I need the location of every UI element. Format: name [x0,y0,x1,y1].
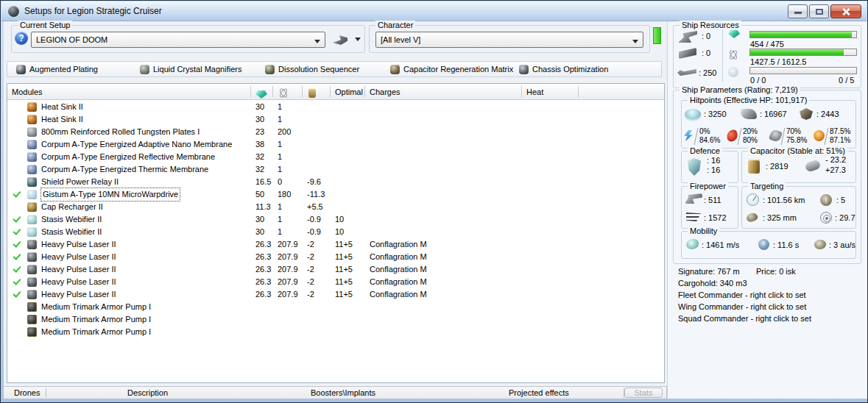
module-powergrid: 1 [278,213,282,226]
module-name: Medium Trimark Armor Pump I [41,326,151,338]
chevron-down-icon[interactable] [629,34,641,46]
module-name: Heavy Pulse Laser II [41,276,116,288]
armor-hp-value: : 16967 [760,110,787,118]
modules-column-header[interactable]: Modules [12,84,43,100]
membrane-icon [27,152,37,162]
resist-cell: 70%75.8% [770,127,813,146]
cap-recharger-icon [27,202,37,212]
module-row[interactable]: Heat Sink II301 [7,113,664,126]
module-row[interactable]: Medium Trimark Armor Pump I [7,301,664,313]
fleet-commander-slot[interactable]: Fleet Commander - right click to set [678,290,806,299]
module-charge: Conflagration M [370,238,427,251]
signature-value: Signature: 767 m [678,267,740,276]
module-row[interactable]: Cap Recharger II11.31+5.5 [7,201,664,213]
minimize-button[interactable] [788,4,808,18]
module-row[interactable]: Stasis Webifier II301-0.910 [7,213,664,226]
module-row[interactable]: Medium Trimark Armor Pump I [7,313,664,326]
mwd-icon [27,190,37,199]
module-name: Cap Recharger II [41,201,103,213]
subsystem-tab-4[interactable]: Capacitor Regeneration Matrix [390,62,513,76]
powergrid-icon [728,49,738,60]
tab-projected-effects[interactable]: Projected effects [509,388,569,399]
chevron-down-icon[interactable] [355,38,361,44]
close-button[interactable] [830,4,861,18]
charges-column-header[interactable]: Charges [370,84,401,100]
module-cpu: 26.3 [255,238,271,251]
explosive-resist-icon [814,130,825,141]
heat-column-header[interactable]: Heat [526,84,543,100]
help-icon[interactable] [15,32,28,45]
ship-parameters-group: Ship Parameters (Rating: 7,219) Hitpoint… [673,90,861,264]
cargohold-value: Cargohold: 340 m3 [678,279,747,288]
module-row[interactable]: Gistum A-Type 10MN MicroWarpdrive50180-1… [7,188,664,201]
module-powergrid: 1 [278,101,282,113]
module-optimal: 11+5 [335,263,353,276]
firepower-group: Firepower : 511 : 1572 [681,186,738,229]
powergrid-usage-value: 1427.5 / 1612.5 [750,57,806,66]
max-velocity-icon [686,239,699,249]
subsystem-tab-3[interactable]: Dissolution Sequencer [265,62,359,76]
module-row[interactable]: Heavy Pulse Laser II26.3207.9-211+5Confl… [7,238,664,251]
capacitor-battery-icon [748,159,760,174]
check-placeholder [12,113,22,126]
scan-resolution-value: : 325 mm [763,213,797,222]
resist-cell: 0%84.6% [683,127,726,146]
subsystem-tab-5[interactable]: Chassis Optimization [519,62,608,76]
dps-value: : 511 [704,196,721,204]
stats-button[interactable]: Stats [624,388,663,398]
laser-icon [27,265,37,274]
subsystem-tab-label: Augmented Plating [16,65,98,74]
subsystem-core-icon [265,65,275,74]
module-powergrid: 207.9 [278,288,298,301]
warp-speed-value: : 3 au/s [829,240,855,249]
cpu-icon [728,30,740,38]
resist-cell: 87.5%87.1% [814,127,856,146]
tab-drones[interactable]: Drones [14,388,40,399]
module-row[interactable]: Heavy Pulse Laser II26.3207.9-211+5Confl… [7,276,664,288]
check-placeholder [12,201,22,213]
setup-combobox[interactable]: LEGION OF DOOM [31,32,325,48]
module-cpu: 26.3 [255,288,271,301]
squad-commander-slot[interactable]: Squad Commander - right click to set [678,314,811,323]
wing-commander-slot[interactable]: Wing Commander - right click to set [678,302,806,311]
optimal-column-header[interactable]: Optimal [335,84,363,100]
module-row[interactable]: Corpum A-Type Energized Thermic Membrane… [7,163,664,176]
subsystem-engineering-icon [390,65,400,74]
volley-value: : 1572 [704,213,727,222]
character-combobox[interactable]: [All level V] [375,32,643,48]
module-row[interactable]: Heat Sink II301 [7,101,664,113]
module-row[interactable]: Stasis Webifier II301-0.910 [7,226,664,238]
thermal-resist-icon [725,129,738,142]
current-setup-group: Current Setup LEGION OF DOOM [11,25,365,53]
rig-icon [27,327,37,337]
module-row[interactable]: 800mm Reinforced Rolled Tungsten Plates … [7,126,664,138]
check-placeholder [12,126,22,138]
module-row[interactable]: Corpum A-Type Energized Adaptive Nano Me… [7,138,664,151]
active-check-icon [12,263,22,276]
module-cap-use: -0.9 [307,226,321,238]
tab-description[interactable]: Description [127,388,168,399]
module-row[interactable]: Shield Power Relay II16.50-9.6 [7,176,664,188]
em-resist-icon [683,130,694,141]
module-cpu: 30 [255,213,264,226]
module-row[interactable]: Heavy Pulse Laser II26.3207.9-211+5Confl… [7,288,664,301]
module-row[interactable]: Corpum A-Type Energized Reflective Membr… [7,151,664,163]
maximize-button[interactable] [809,4,829,18]
subsystem-tab-2[interactable]: Liquid Crystal Magnifiers [140,62,241,76]
module-row[interactable]: Heavy Pulse Laser II26.3207.9-211+5Confl… [7,263,664,276]
app-icon [8,6,19,17]
subsystem-tab-1[interactable]: Augmented Plating [16,62,98,76]
module-charge: Conflagration M [370,263,427,276]
module-cap-use: -2 [307,238,314,251]
module-row[interactable]: Heavy Pulse Laser II26.3207.9-211+5Confl… [7,251,664,263]
chevron-down-icon[interactable] [311,34,323,46]
module-charge: Conflagration M [370,276,427,288]
titlebar[interactable]: Setups for Legion Strategic Cruiser [1,1,867,21]
scan-resolution-icon [746,212,759,223]
ship-browser-button[interactable] [330,32,362,48]
module-row[interactable]: Medium Trimark Armor Pump I [7,326,664,338]
hitpoints-group: Hitpoints (Effective HP: 101,917) : 3250… [681,100,856,149]
module-cpu: 32 [255,151,264,163]
defence-label: Defence [688,146,722,155]
tab-boosters-implants[interactable]: Boosters\Implants [311,388,375,399]
